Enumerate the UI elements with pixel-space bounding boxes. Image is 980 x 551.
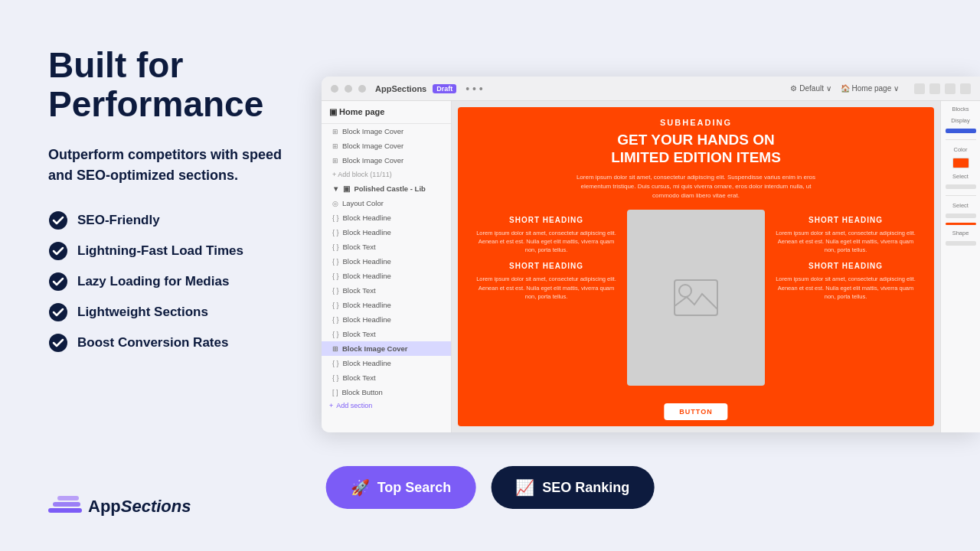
prop-bar-shape: [946, 241, 976, 246]
prop-divider-1: [946, 139, 976, 140]
preview-col1-heading2: SHORT HEADING: [475, 262, 618, 270]
browser-toolbar: AppSections Draft • • • ⚙ Default ∨ 🏠 Ho…: [322, 77, 980, 101]
preview-col3-text1: Lorem ipsum dolor sit amet, consectetur …: [774, 229, 917, 255]
sidebar-block-headline-5[interactable]: { } Block Headline: [322, 298, 451, 312]
properties-panel: Blocks Display Color Select Select Shape: [940, 101, 980, 432]
seo-ranking-label: SEO Ranking: [542, 480, 629, 496]
editor-main: SUBHEADING GET YOUR HANDS ONLIMITED EDIT…: [452, 101, 940, 432]
svg-rect-9: [679, 285, 691, 297]
prop-swatch-accent[interactable]: [952, 158, 969, 168]
toolbar-ctrl-btn-1: [914, 83, 925, 94]
sidebar-block-headline-1[interactable]: { } Block Headline: [322, 210, 451, 225]
prop-label-shape: Shape: [952, 230, 969, 236]
sidebar-add-section-1[interactable]: + Add section: [322, 399, 451, 412]
svg-point-4: [49, 334, 67, 352]
app-sidebar: ▣ Home page ⊞ Block Image Cover ⊞ Block …: [322, 101, 452, 432]
toolbar-ctrl-btn-4: [960, 83, 971, 94]
page-preview: SUBHEADING GET YOUR HANDS ONLIMITED EDIT…: [458, 107, 934, 426]
sidebar-item-3[interactable]: ⊞ Block Image Cover: [322, 153, 451, 168]
feature-item-4: Lightweight Sections: [48, 302, 339, 322]
preview-image-placeholder: [627, 210, 765, 386]
prop-label-select: Select: [952, 173, 969, 180]
toolbar-circle-1: [331, 85, 338, 93]
top-search-button[interactable]: 🚀 Top Search: [326, 466, 476, 509]
sidebar-block-headline-6[interactable]: { } Block Headline: [322, 312, 451, 327]
svg-point-3: [49, 303, 67, 321]
preview-body-text: Lorem ipsum dolor sit amet, consectetur …: [573, 173, 818, 201]
preview-col3-heading1: SHORT HEADING: [774, 216, 917, 224]
toolbar-draft-badge: Draft: [433, 84, 456, 93]
svg-rect-8: [675, 280, 717, 315]
prop-bar-select2: [946, 214, 976, 218]
svg-rect-5: [48, 508, 82, 513]
logo-icon: [48, 493, 82, 520]
sidebar-block-button[interactable]: [ ] Block Button: [322, 385, 451, 399]
preview-col-3: SHORT HEADING Lorem ipsum dolor sit amet…: [765, 210, 926, 386]
sidebar-block-headline-7[interactable]: { } Block Headline: [322, 356, 451, 370]
top-search-label: Top Search: [377, 480, 452, 496]
seo-ranking-icon: 📈: [515, 478, 534, 497]
prop-label-color: Color: [954, 146, 968, 153]
toolbar-circle-2: [345, 85, 352, 93]
image-placeholder-icon: [673, 279, 719, 317]
preview-three-col: SHORT HEADING Lorem ipsum dolor sit amet…: [458, 210, 934, 386]
svg-rect-7: [57, 496, 79, 500]
feature-item-3: Lazy Loading for Medias: [48, 272, 339, 292]
feature-list: SEO-Friendly Lightning-Fast Load Times L…: [48, 210, 339, 353]
sidebar-item-1[interactable]: ⊞ Block Image Cover: [322, 124, 451, 139]
prop-accent-bar: [946, 223, 976, 225]
preview-col1-heading1: SHORT HEADING: [475, 216, 618, 224]
browser-mockup: AppSections Draft • • • ⚙ Default ∨ 🏠 Ho…: [322, 77, 980, 432]
sidebar-icon: ▣: [329, 107, 337, 116]
check-icon-1: [48, 210, 68, 230]
sidebar-block-image-cover[interactable]: ⊞ Block Image Cover: [322, 341, 451, 356]
check-icon-2: [48, 241, 68, 261]
preview-col1-text2: Lorem ipsum dolor sit amet, consectetur …: [475, 275, 618, 301]
sidebar-block-headline-3[interactable]: { } Block Headline: [322, 254, 451, 269]
top-search-icon: 🚀: [351, 478, 370, 497]
left-panel: Built for Performance Outperform competi…: [48, 46, 339, 353]
toolbar-right: ⚙ Default ∨ 🏠 Home page ∨: [790, 83, 971, 94]
sidebar-block-text-4[interactable]: { } Block Text: [322, 370, 451, 385]
feature-item-1: SEO-Friendly: [48, 210, 339, 230]
browser-content: ▣ Home page ⊞ Block Image Cover ⊞ Block …: [322, 101, 980, 432]
toolbar-home: 🏠 Home page ∨: [841, 84, 899, 93]
check-icon-4: [48, 302, 68, 322]
sidebar-block-headline-4[interactable]: { } Block Headline: [322, 269, 451, 283]
toolbar-ctrl-btn-2: [929, 83, 940, 94]
prop-bar-select: [946, 184, 976, 189]
main-heading: Built for Performance: [48, 46, 339, 123]
logo-text: AppSections: [88, 497, 191, 517]
preview-heading: GET YOUR HANDS ONLIMITED EDITION ITEMS: [458, 132, 934, 167]
preview-col3-text2: Lorem ipsum dolor sit amet, consectetur …: [774, 275, 917, 301]
sidebar-add-block[interactable]: + Add block (11/11): [322, 168, 451, 181]
prop-divider-2: [946, 195, 976, 196]
sidebar-block-text-2[interactable]: { } Block Text: [322, 283, 451, 298]
toolbar-default: ⚙ Default ∨: [790, 84, 831, 93]
sidebar-footer[interactable]: ▼ ▣ Footer: [322, 412, 451, 415]
toolbar-dots: • • •: [466, 83, 482, 95]
sidebar-polished[interactable]: ▼ ▣ Polished Castle - Lib: [322, 181, 451, 196]
svg-rect-6: [53, 502, 80, 507]
bottom-buttons: 🚀 Top Search 📈 SEO Ranking: [326, 466, 655, 509]
seo-ranking-button[interactable]: 📈 SEO Ranking: [491, 466, 654, 509]
check-icon-5: [48, 333, 68, 353]
preview-subheading: SUBHEADING: [458, 107, 934, 127]
preview-col3-heading2: SHORT HEADING: [774, 262, 917, 270]
sidebar-block-headline-2[interactable]: { } Block Headline: [322, 225, 451, 240]
sidebar-block-text-3[interactable]: { } Block Text: [322, 327, 451, 341]
sidebar-block-text-1[interactable]: { } Block Text: [322, 240, 451, 254]
feature-item-5: Boost Conversion Rates: [48, 333, 339, 353]
sidebar-header: ▣ Home page: [322, 101, 451, 124]
preview-col1-text1: Lorem ipsum dolor sit amet, consectetur …: [475, 229, 618, 255]
sidebar-layout-color[interactable]: ◎ Layout Color: [322, 196, 451, 210]
sidebar-item-2[interactable]: ⊞ Block Image Cover: [322, 139, 451, 153]
toolbar-app-name: AppSections: [375, 84, 426, 93]
toolbar-circle-3: [358, 85, 366, 93]
prop-label-select2: Select: [952, 202, 969, 209]
feature-item-2: Lightning-Fast Load Times: [48, 241, 339, 261]
check-icon-3: [48, 272, 68, 292]
toolbar-ctrl-btn-3: [945, 83, 956, 94]
logo: AppSections: [48, 493, 191, 520]
preview-button[interactable]: BUTTON: [664, 403, 727, 420]
